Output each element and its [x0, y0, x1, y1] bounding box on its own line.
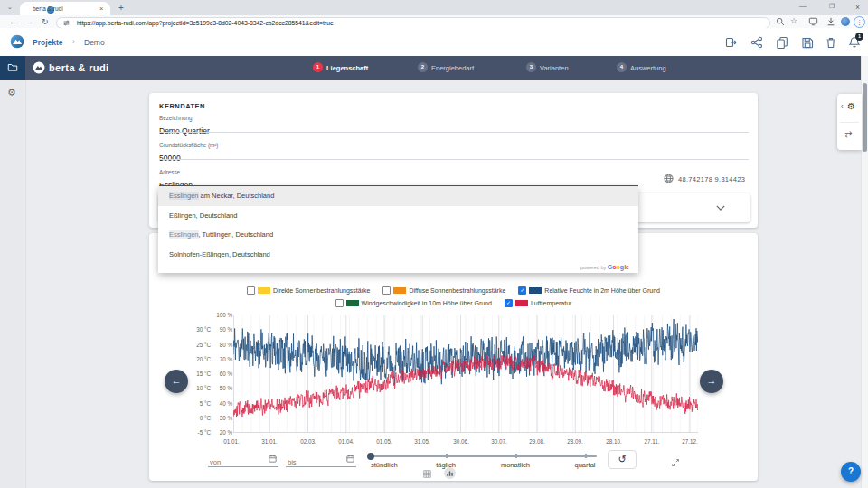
- tab-liegenschaft[interactable]: Liegenschaft: [326, 64, 368, 72]
- gear-icon: ⚙: [847, 101, 855, 111]
- swap-arrows-icon: ⇄: [844, 129, 852, 139]
- save-button[interactable]: [801, 36, 814, 49]
- legend-checkbox[interactable]: ✓: [518, 286, 526, 295]
- help-button[interactable]: ?: [841, 462, 861, 482]
- option-text: , Tuttlingen, Deutschland: [199, 230, 274, 239]
- slider-label-stuendlich[interactable]: stündlich: [371, 461, 398, 469]
- zoom-icon[interactable]: [776, 17, 785, 26]
- new-tab-button[interactable]: +: [118, 3, 124, 13]
- y-tick: -5 °C: [184, 429, 211, 436]
- field-bezeichnung[interactable]: [159, 121, 749, 137]
- left-sidebar: ⚙: [0, 80, 26, 488]
- notification-badge: 1: [855, 33, 863, 41]
- y-tick: 80 %: [212, 342, 232, 348]
- window-close-button[interactable]: ×: [855, 3, 860, 12]
- window-minimize-button[interactable]: —: [799, 2, 807, 10]
- panel-compare-button[interactable]: ⇄: [837, 122, 862, 150]
- autocomplete-option[interactable]: Esslingen, Tuttlingen, Deutschland: [158, 225, 638, 245]
- calendar-icon[interactable]: [346, 455, 354, 463]
- slider-label-quartal[interactable]: quartal: [562, 461, 608, 469]
- duplicate-button[interactable]: [776, 36, 788, 49]
- x-tick: 01.04.: [327, 438, 365, 445]
- match-text: Esslingen: [169, 230, 199, 239]
- breadcrumb-separator: ›: [72, 37, 75, 46]
- legend-swatch: [529, 287, 542, 294]
- fullscreen-expand-icon[interactable]: [670, 457, 681, 468]
- y-tick: 90 %: [212, 326, 232, 333]
- slider-mark: [446, 454, 448, 458]
- previous-chart-button[interactable]: ←: [165, 370, 188, 393]
- export-button[interactable]: [725, 36, 738, 49]
- y-tick: 40 %: [212, 400, 232, 407]
- install-app-icon[interactable]: [808, 17, 818, 26]
- share-button[interactable]: [750, 36, 763, 49]
- section-title-kerndaten: KERNDATEN: [159, 102, 205, 110]
- tab-search-icon[interactable]: ⌄: [7, 4, 13, 11]
- legend-swatch: [393, 287, 406, 294]
- breadcrumb-projekte[interactable]: Projekte: [33, 38, 63, 47]
- profile-avatar[interactable]: [841, 17, 850, 26]
- y-tick: 20 %: [212, 429, 232, 436]
- browser-tab[interactable]: berta & rudi ×: [20, 2, 110, 15]
- resolution-slider-track[interactable]: [371, 455, 597, 457]
- autocomplete-option[interactable]: Eßlingen, Deutschland: [158, 206, 638, 226]
- scrollbar-thumb[interactable]: [863, 83, 867, 152]
- appbar: Projekte › Demo 1: [0, 28, 868, 57]
- autocomplete-option[interactable]: Esslingen am Neckar, Deutschland: [158, 186, 638, 206]
- legend-label: Windgeschwindigkeit in 10m Höhe über Gru…: [362, 300, 492, 306]
- tab-varianten[interactable]: Varianten: [540, 64, 569, 72]
- slider-label-monatlich[interactable]: monatlich: [493, 461, 538, 469]
- legend-swatch: [346, 300, 359, 306]
- option-text: Eßlingen, Deutschland: [169, 211, 237, 220]
- y-tick: 10 °C: [184, 385, 211, 391]
- right-tool-panel: ‹ ⚙ ⇄: [837, 94, 862, 150]
- field-underline: [159, 132, 749, 133]
- step-3-badge: 3: [526, 62, 536, 72]
- date-from-field[interactable]: [208, 452, 278, 467]
- tab-title: berta & rudi: [33, 5, 63, 12]
- x-tick: 02.03.: [289, 438, 327, 445]
- calendar-icon[interactable]: [269, 455, 277, 463]
- download-icon[interactable]: [826, 17, 835, 26]
- option-text: am Neckar, Deutschland: [199, 192, 275, 200]
- delete-button[interactable]: [825, 36, 837, 49]
- legend-checkbox[interactable]: [335, 299, 344, 307]
- resolution-slider-handle[interactable]: [367, 453, 374, 460]
- bookmark-star-icon[interactable]: ☆: [790, 16, 797, 25]
- sidebar-item-projects[interactable]: [0, 56, 25, 80]
- window-maximize-button[interactable]: ❐: [829, 3, 835, 10]
- arrow-right-icon: →: [707, 375, 717, 386]
- date-to-field[interactable]: [286, 452, 356, 467]
- reload-button[interactable]: ↻: [42, 17, 49, 26]
- url-text: https://app.berta-rudi.com/app?projectId…: [77, 20, 334, 26]
- chart-view-icon[interactable]: [444, 467, 456, 479]
- autocomplete-option[interactable]: Solnhofen-Eßlingen, Deutschland: [158, 245, 638, 265]
- grundstuecksflaeche-input[interactable]: [159, 154, 749, 163]
- chart-legend-row-2: Windgeschwindigkeit in 10m Höhe über Gru…: [149, 299, 758, 307]
- bezeichnung-input[interactable]: [159, 127, 749, 136]
- app-logo-icon[interactable]: [10, 34, 24, 49]
- legend-checkbox[interactable]: ✓: [505, 299, 513, 307]
- browser-menu-icon[interactable]: ⋮: [854, 16, 865, 28]
- reset-zoom-button[interactable]: ↺: [608, 450, 637, 469]
- date-to-input[interactable]: [286, 456, 344, 466]
- step-4-badge: 4: [617, 62, 627, 72]
- forward-button[interactable]: →: [25, 17, 33, 26]
- y-tick: 60 %: [212, 371, 232, 377]
- date-from-input[interactable]: [208, 456, 266, 466]
- field-grundstuecksflaeche[interactable]: [159, 148, 749, 164]
- site-info-icon[interactable]: [63, 20, 70, 26]
- tab-auswertung[interactable]: Auswertung: [630, 64, 666, 72]
- chevron-down-icon[interactable]: [716, 205, 725, 211]
- tab-close-icon[interactable]: ×: [99, 5, 103, 13]
- table-view-icon[interactable]: [423, 470, 431, 478]
- help-question-mark: ?: [848, 466, 854, 476]
- panel-settings-button[interactable]: ‹ ⚙: [837, 94, 862, 122]
- address-bar[interactable]: https://app.berta-rudi.com/app?projectId…: [56, 17, 770, 29]
- legend-checkbox[interactable]: [247, 286, 255, 295]
- tab-energiebedarf[interactable]: Energiebedarf: [431, 64, 474, 72]
- back-button[interactable]: ←: [9, 17, 17, 26]
- legend-checkbox[interactable]: [382, 286, 391, 295]
- settings-gear-icon[interactable]: ⚙: [7, 87, 16, 99]
- next-chart-button[interactable]: →: [700, 370, 723, 393]
